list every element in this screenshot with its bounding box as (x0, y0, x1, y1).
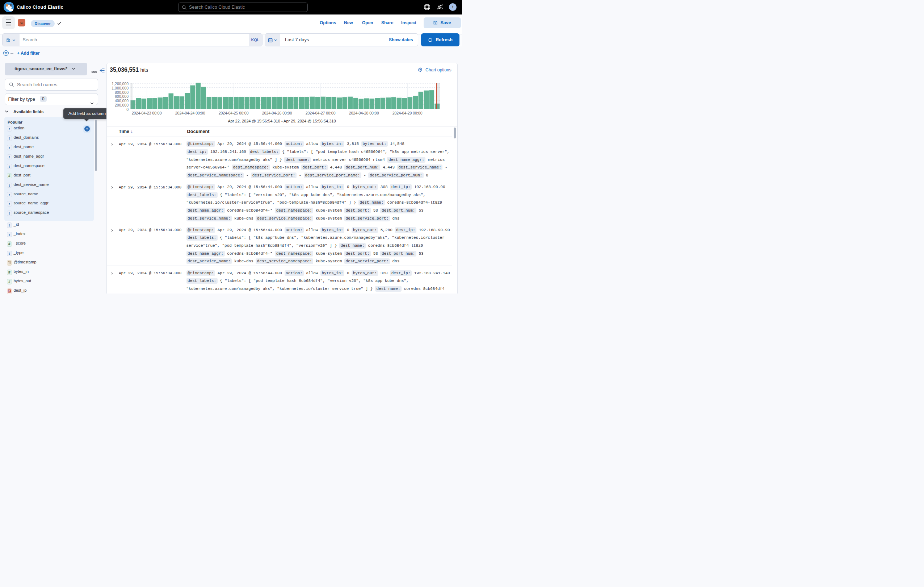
svg-text:IP: IP (8, 290, 10, 293)
